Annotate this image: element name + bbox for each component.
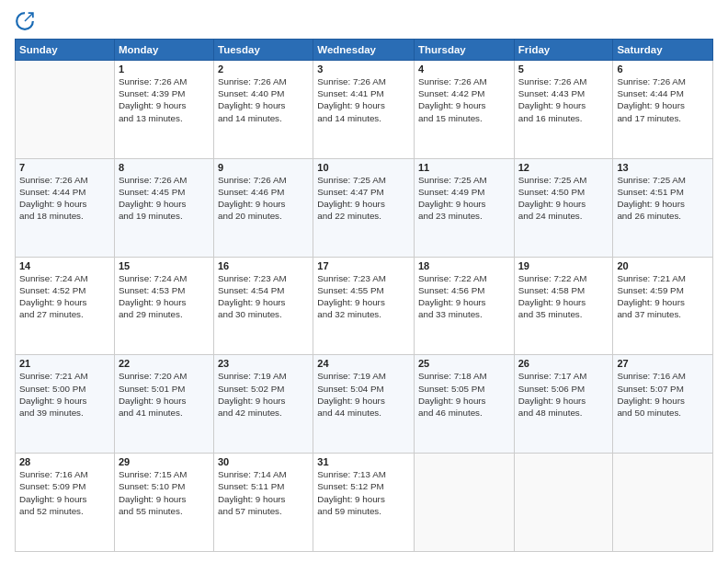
day-info: Sunrise: 7:26 AM Sunset: 4:40 PM Dayligh… xyxy=(218,75,309,124)
day-info: Sunrise: 7:26 AM Sunset: 4:44 PM Dayligh… xyxy=(19,174,110,223)
day-cell: 1Sunrise: 7:26 AM Sunset: 4:39 PM Daylig… xyxy=(114,61,213,159)
week-row-0: 1Sunrise: 7:26 AM Sunset: 4:39 PM Daylig… xyxy=(16,61,713,159)
day-cell: 31Sunrise: 7:13 AM Sunset: 5:12 PM Dayli… xyxy=(313,454,415,552)
day-cell: 2Sunrise: 7:26 AM Sunset: 4:40 PM Daylig… xyxy=(214,61,313,159)
day-info: Sunrise: 7:22 AM Sunset: 4:58 PM Dayligh… xyxy=(518,272,609,321)
day-number: 13 xyxy=(617,162,709,173)
week-row-4: 28Sunrise: 7:16 AM Sunset: 5:09 PM Dayli… xyxy=(16,454,713,552)
day-info: Sunrise: 7:13 AM Sunset: 5:12 PM Dayligh… xyxy=(317,468,410,517)
day-number: 19 xyxy=(518,260,609,271)
day-cell: 15Sunrise: 7:24 AM Sunset: 4:53 PM Dayli… xyxy=(114,257,213,355)
day-cell: 18Sunrise: 7:22 AM Sunset: 4:56 PM Dayli… xyxy=(414,257,514,355)
day-number: 23 xyxy=(218,358,309,369)
day-number: 5 xyxy=(518,63,609,75)
day-cell: 14Sunrise: 7:24 AM Sunset: 4:52 PM Dayli… xyxy=(16,257,115,355)
calendar-body: 1Sunrise: 7:26 AM Sunset: 4:39 PM Daylig… xyxy=(16,61,713,552)
day-info: Sunrise: 7:16 AM Sunset: 5:09 PM Dayligh… xyxy=(19,468,110,517)
day-info: Sunrise: 7:24 AM Sunset: 4:53 PM Dayligh… xyxy=(119,272,210,321)
day-info: Sunrise: 7:22 AM Sunset: 4:56 PM Dayligh… xyxy=(418,272,510,321)
day-cell: 28Sunrise: 7:16 AM Sunset: 5:09 PM Dayli… xyxy=(16,454,115,552)
day-cell: 12Sunrise: 7:25 AM Sunset: 4:50 PM Dayli… xyxy=(514,158,613,257)
day-cell: 4Sunrise: 7:26 AM Sunset: 4:42 PM Daylig… xyxy=(414,61,514,159)
day-cell: 19Sunrise: 7:22 AM Sunset: 4:58 PM Dayli… xyxy=(514,257,613,355)
day-info: Sunrise: 7:21 AM Sunset: 4:59 PM Dayligh… xyxy=(617,272,709,321)
day-number: 29 xyxy=(119,456,210,467)
day-number: 6 xyxy=(617,63,709,75)
day-number: 15 xyxy=(119,260,210,271)
day-info: Sunrise: 7:26 AM Sunset: 4:39 PM Dayligh… xyxy=(119,75,210,124)
day-number: 20 xyxy=(617,260,709,271)
day-number: 22 xyxy=(119,358,210,369)
day-cell: 10Sunrise: 7:25 AM Sunset: 4:47 PM Dayli… xyxy=(313,158,415,257)
day-info: Sunrise: 7:16 AM Sunset: 5:07 PM Dayligh… xyxy=(617,370,709,419)
day-number: 14 xyxy=(19,260,110,271)
day-info: Sunrise: 7:14 AM Sunset: 5:11 PM Dayligh… xyxy=(218,468,309,517)
day-cell xyxy=(514,454,613,552)
logo-icon xyxy=(15,11,35,31)
day-cell: 3Sunrise: 7:26 AM Sunset: 4:41 PM Daylig… xyxy=(313,61,415,159)
day-info: Sunrise: 7:25 AM Sunset: 4:50 PM Dayligh… xyxy=(518,174,609,223)
day-cell xyxy=(16,61,115,159)
header-row: Sunday Monday Tuesday Wednesday Thursday… xyxy=(16,40,713,61)
day-info: Sunrise: 7:17 AM Sunset: 5:06 PM Dayligh… xyxy=(518,370,609,419)
day-info: Sunrise: 7:26 AM Sunset: 4:46 PM Dayligh… xyxy=(218,174,309,223)
day-info: Sunrise: 7:26 AM Sunset: 4:42 PM Dayligh… xyxy=(418,75,510,124)
day-cell: 30Sunrise: 7:14 AM Sunset: 5:11 PM Dayli… xyxy=(214,454,313,552)
header-friday: Friday xyxy=(514,40,613,61)
day-number: 3 xyxy=(317,63,410,75)
day-cell: 21Sunrise: 7:21 AM Sunset: 5:00 PM Dayli… xyxy=(16,355,115,454)
day-cell: 26Sunrise: 7:17 AM Sunset: 5:06 PM Dayli… xyxy=(514,355,613,454)
day-number: 24 xyxy=(317,358,410,369)
week-row-3: 21Sunrise: 7:21 AM Sunset: 5:00 PM Dayli… xyxy=(16,355,713,454)
day-cell xyxy=(414,454,514,552)
header-wednesday: Wednesday xyxy=(313,40,415,61)
day-cell: 27Sunrise: 7:16 AM Sunset: 5:07 PM Dayli… xyxy=(613,355,713,454)
day-cell: 20Sunrise: 7:21 AM Sunset: 4:59 PM Dayli… xyxy=(613,257,713,355)
day-number: 27 xyxy=(617,358,709,369)
header xyxy=(15,11,713,31)
day-info: Sunrise: 7:25 AM Sunset: 4:47 PM Dayligh… xyxy=(317,174,410,223)
day-number: 17 xyxy=(317,260,410,271)
day-cell: 13Sunrise: 7:25 AM Sunset: 4:51 PM Dayli… xyxy=(613,158,713,257)
day-info: Sunrise: 7:20 AM Sunset: 5:01 PM Dayligh… xyxy=(119,370,210,419)
page: Sunday Monday Tuesday Wednesday Thursday… xyxy=(0,0,728,563)
day-number: 12 xyxy=(518,162,609,173)
day-info: Sunrise: 7:23 AM Sunset: 4:54 PM Dayligh… xyxy=(218,272,309,321)
day-cell: 9Sunrise: 7:26 AM Sunset: 4:46 PM Daylig… xyxy=(214,158,313,257)
day-number: 4 xyxy=(418,63,510,75)
week-row-1: 7Sunrise: 7:26 AM Sunset: 4:44 PM Daylig… xyxy=(16,158,713,257)
day-cell: 5Sunrise: 7:26 AM Sunset: 4:43 PM Daylig… xyxy=(514,61,613,159)
day-cell: 8Sunrise: 7:26 AM Sunset: 4:45 PM Daylig… xyxy=(114,158,213,257)
calendar-header: Sunday Monday Tuesday Wednesday Thursday… xyxy=(16,40,713,61)
day-cell: 11Sunrise: 7:25 AM Sunset: 4:49 PM Dayli… xyxy=(414,158,514,257)
day-cell: 16Sunrise: 7:23 AM Sunset: 4:54 PM Dayli… xyxy=(214,257,313,355)
day-cell: 23Sunrise: 7:19 AM Sunset: 5:02 PM Dayli… xyxy=(214,355,313,454)
day-info: Sunrise: 7:23 AM Sunset: 4:55 PM Dayligh… xyxy=(317,272,410,321)
day-number: 1 xyxy=(119,63,210,75)
day-info: Sunrise: 7:24 AM Sunset: 4:52 PM Dayligh… xyxy=(19,272,110,321)
header-sunday: Sunday xyxy=(16,40,115,61)
day-number: 25 xyxy=(418,358,510,369)
day-info: Sunrise: 7:26 AM Sunset: 4:43 PM Dayligh… xyxy=(518,75,609,124)
calendar-table: Sunday Monday Tuesday Wednesday Thursday… xyxy=(15,39,713,552)
header-monday: Monday xyxy=(114,40,213,61)
header-saturday: Saturday xyxy=(613,40,713,61)
day-number: 10 xyxy=(317,162,410,173)
day-cell: 24Sunrise: 7:19 AM Sunset: 5:04 PM Dayli… xyxy=(313,355,415,454)
day-number: 2 xyxy=(218,63,309,75)
day-info: Sunrise: 7:26 AM Sunset: 4:45 PM Dayligh… xyxy=(119,174,210,223)
day-cell: 6Sunrise: 7:26 AM Sunset: 4:44 PM Daylig… xyxy=(613,61,713,159)
day-number: 8 xyxy=(119,162,210,173)
day-info: Sunrise: 7:26 AM Sunset: 4:41 PM Dayligh… xyxy=(317,75,410,124)
day-number: 30 xyxy=(218,456,309,467)
day-number: 7 xyxy=(19,162,110,173)
day-cell: 7Sunrise: 7:26 AM Sunset: 4:44 PM Daylig… xyxy=(16,158,115,257)
day-number: 11 xyxy=(418,162,510,173)
day-cell: 17Sunrise: 7:23 AM Sunset: 4:55 PM Dayli… xyxy=(313,257,415,355)
header-tuesday: Tuesday xyxy=(214,40,313,61)
day-info: Sunrise: 7:25 AM Sunset: 4:49 PM Dayligh… xyxy=(418,174,510,223)
day-cell: 25Sunrise: 7:18 AM Sunset: 5:05 PM Dayli… xyxy=(414,355,514,454)
day-info: Sunrise: 7:25 AM Sunset: 4:51 PM Dayligh… xyxy=(617,174,709,223)
day-info: Sunrise: 7:19 AM Sunset: 5:04 PM Dayligh… xyxy=(317,370,410,419)
day-number: 21 xyxy=(19,358,110,369)
